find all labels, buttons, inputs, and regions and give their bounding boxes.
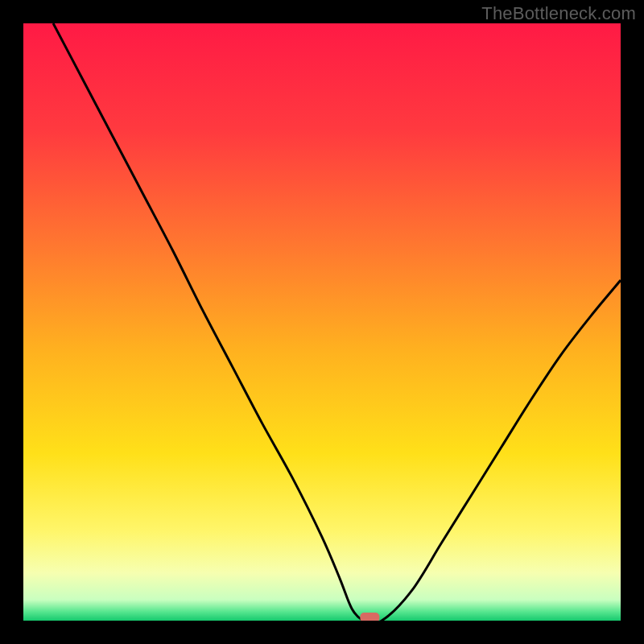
optimal-marker <box>360 613 379 621</box>
watermark-text: TheBottleneck.com <box>481 3 636 24</box>
chart-frame <box>23 23 621 621</box>
gradient-background <box>23 23 621 621</box>
bottleneck-plot <box>23 23 621 621</box>
